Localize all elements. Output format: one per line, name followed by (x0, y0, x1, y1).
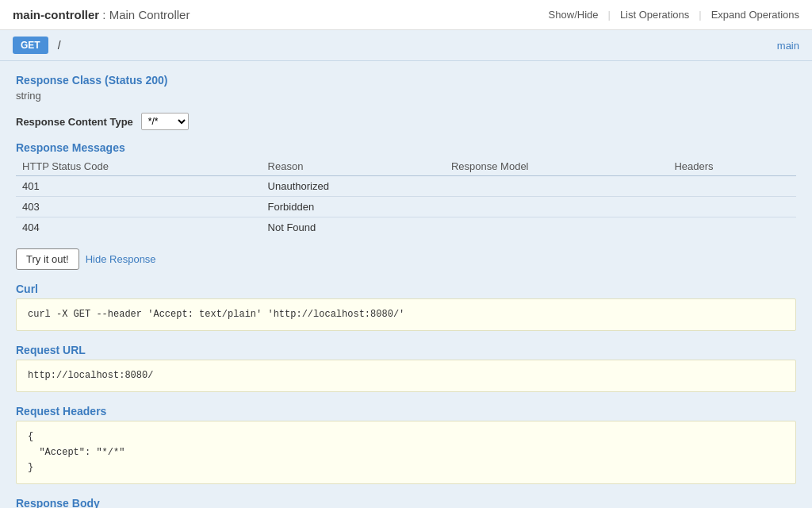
content-type-row: Response Content Type */* (16, 113, 796, 130)
table-row: 401Unauthorized (16, 176, 796, 197)
expand-operations-link[interactable]: Expand Operations (711, 9, 799, 21)
response-body-section: Response Body Ergo sum (16, 497, 796, 508)
request-headers-title: Request Headers (16, 405, 796, 418)
list-operations-link[interactable]: List Operations (620, 9, 689, 21)
table-cell-headers (668, 197, 796, 217)
page-title: main-controller : Main Controller (13, 8, 190, 21)
try-it-out-button[interactable]: Try it out! (16, 248, 79, 270)
top-bar-links: Show/Hide | List Operations | Expand Ope… (549, 9, 799, 21)
request-url-section: Request URL http://localhost:8080/ (16, 344, 796, 392)
request-url-code: http://localhost:8080/ (16, 360, 796, 392)
table-cell-model (445, 217, 668, 238)
request-headers-section: Request Headers { "Accept": "*/*" } (16, 405, 796, 484)
title-colon: : (99, 8, 109, 21)
table-row: 404Not Found (16, 217, 796, 238)
response-messages-title: Response Messages (16, 141, 796, 154)
table-cell-code: 404 (16, 217, 262, 238)
table-cell-model (445, 197, 668, 217)
action-buttons: Try it out! Hide Response (16, 248, 796, 270)
table-cell-reason: Forbidden (262, 197, 445, 217)
show-hide-link[interactable]: Show/Hide (549, 9, 599, 21)
col-headers: Headers (668, 157, 796, 176)
table-cell-code: 401 (16, 176, 262, 197)
hide-response-link[interactable]: Hide Response (86, 253, 156, 265)
curl-section: Curl curl -X GET --header 'Accept: text/… (16, 283, 796, 331)
request-headers-code: { "Accept": "*/*" } (16, 421, 796, 484)
curl-title: Curl (16, 283, 796, 295)
table-header-row: HTTP Status Code Reason Response Model H… (16, 157, 796, 176)
col-response-model: Response Model (445, 157, 668, 176)
response-body-title: Response Body (16, 497, 796, 508)
request-url-title: Request URL (16, 344, 796, 356)
table-cell-reason: Not Found (262, 217, 445, 238)
response-messages-section: Response Messages HTTP Status Code Reaso… (16, 141, 796, 237)
http-method-badge: GET (13, 37, 48, 54)
top-bar: main-controller : Main Controller Show/H… (0, 0, 812, 30)
content-area: Response Class (Status 200) string Respo… (0, 61, 812, 508)
sep1: | (607, 9, 610, 21)
table-cell-headers (668, 176, 796, 197)
response-table: HTTP Status Code Reason Response Model H… (16, 157, 796, 237)
content-type-label: Response Content Type (16, 116, 133, 128)
sep2: | (699, 9, 701, 21)
table-cell-model (445, 176, 668, 197)
table-cell-headers (668, 217, 796, 238)
response-class-type: string (16, 90, 796, 102)
table-cell-reason: Unauthorized (262, 176, 445, 197)
api-path: / (58, 39, 777, 52)
main-content: GET / main Response Class (Status 200) s… (0, 30, 812, 508)
controller-subtitle: Main Controller (109, 8, 190, 21)
col-reason: Reason (262, 157, 445, 176)
table-cell-code: 403 (16, 197, 262, 217)
table-row: 403Forbidden (16, 197, 796, 217)
content-type-select[interactable]: */* (141, 113, 189, 130)
controller-name: main-controller (13, 8, 99, 21)
col-status-code: HTTP Status Code (16, 157, 262, 176)
response-class-title: Response Class (Status 200) (16, 74, 796, 87)
get-bar: GET / main (0, 30, 812, 61)
curl-code: curl -X GET --header 'Accept: text/plain… (16, 298, 796, 331)
api-tag: main (777, 40, 799, 52)
